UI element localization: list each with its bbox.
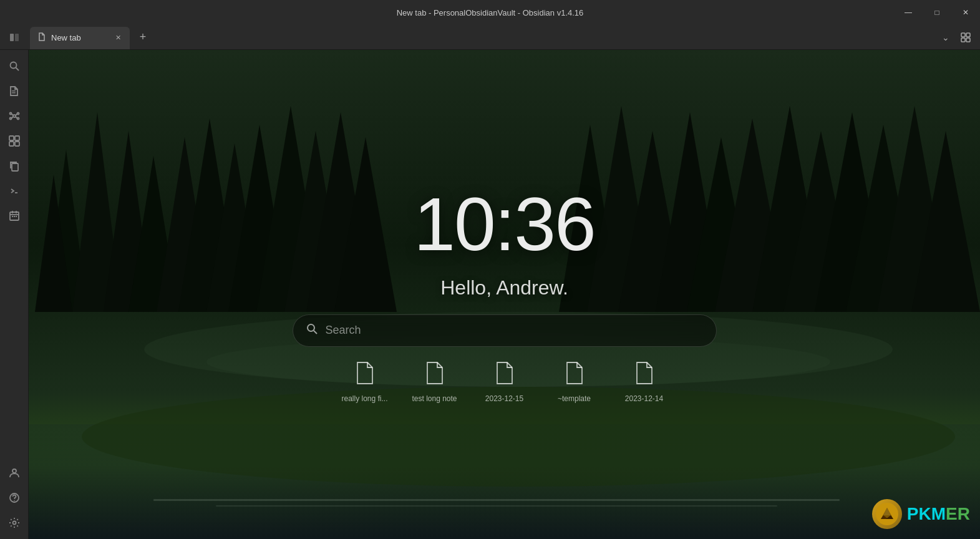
svg-rect-31 [16, 216, 17, 217]
main-content: 10:36 Hello, Andrew. [29, 50, 980, 539]
sidebar-item-blocks[interactable] [3, 130, 26, 152]
watermark-text: PKMER [907, 504, 970, 524]
recent-file-label-4: ~template [558, 394, 591, 403]
recent-file-label-5: 2023-12-14 [625, 394, 663, 403]
watermark-r: R [958, 504, 970, 523]
sidebar-item-graph[interactable] [3, 105, 26, 127]
search-input[interactable] [326, 324, 704, 337]
terminal-icon [9, 185, 20, 197]
sidebar-item-help[interactable] [3, 487, 26, 509]
close-button[interactable]: ✕ [951, 0, 980, 25]
file-icon-1 [355, 362, 375, 389]
file-icon-3 [495, 362, 515, 389]
layout-icon [961, 32, 971, 42]
recent-file-5[interactable]: 2023-12-14 [619, 362, 669, 403]
center-content: 10:36 Hello, Andrew. [29, 50, 980, 539]
mountain-icon [876, 503, 898, 525]
svg-point-35 [12, 522, 16, 525]
svg-rect-22 [15, 142, 19, 146]
settings-icon [9, 517, 20, 528]
recent-file-1[interactable]: really long fi... [340, 362, 390, 403]
window-controls: — □ ✕ [894, 0, 980, 25]
titlebar: New tab - PersonalObsidianVault - Obsidi… [0, 0, 980, 25]
recent-file-3[interactable]: 2023-12-15 [480, 362, 530, 403]
svg-rect-30 [14, 216, 15, 217]
sidebar [0, 50, 29, 539]
sidebar-item-terminal[interactable] [3, 180, 26, 202]
svg-line-69 [314, 331, 317, 334]
watermark-logo [872, 499, 902, 529]
sidebar-item-search[interactable] [3, 55, 26, 77]
search-bar[interactable] [293, 314, 717, 347]
svg-line-16 [16, 114, 17, 116]
sidebar-item-copy[interactable] [3, 155, 26, 177]
greeting-text: Hello, Andrew. [440, 276, 568, 299]
file-icon-2 [425, 362, 445, 389]
user-icon [9, 467, 20, 478]
sidebar-item-user[interactable] [3, 462, 26, 484]
svg-point-10 [13, 115, 16, 117]
blocks-icon [9, 135, 20, 147]
svg-rect-19 [9, 136, 14, 140]
tab-close-button[interactable]: ✕ [112, 32, 124, 44]
files-icon [9, 85, 20, 97]
graph-icon [9, 110, 20, 122]
svg-rect-4 [961, 38, 965, 42]
tabbar: New tab ✕ + ⌄ [0, 25, 980, 50]
tab-label: New tab [51, 33, 107, 42]
copy-icon [9, 160, 20, 172]
sidebar-item-calendar[interactable] [3, 205, 26, 227]
svg-rect-21 [9, 142, 14, 146]
window-title: New tab - PersonalObsidianVault - Obsidi… [397, 8, 584, 17]
watermark-m: M [931, 504, 946, 523]
sidebar-toggle-button[interactable] [0, 25, 29, 50]
active-tab[interactable]: New tab ✕ [30, 27, 130, 49]
watermark-e: E [946, 504, 958, 523]
svg-rect-3 [966, 33, 970, 37]
main-layout: 10:36 Hello, Andrew. [0, 50, 980, 539]
svg-rect-23 [12, 163, 18, 171]
minimize-button[interactable]: — [894, 0, 923, 25]
svg-rect-9 [12, 92, 16, 94]
svg-point-6 [10, 62, 16, 69]
svg-point-68 [308, 324, 314, 331]
recent-files: really long fi... test long note [340, 362, 669, 403]
new-tab-button[interactable]: + [133, 28, 152, 47]
svg-rect-0 [10, 34, 14, 41]
recent-file-label-3: 2023-12-15 [485, 394, 523, 403]
maximize-button[interactable]: □ [923, 0, 951, 25]
sidebar-item-settings[interactable] [3, 512, 26, 534]
search-icon [9, 61, 20, 72]
svg-line-15 [11, 114, 13, 116]
help-icon [9, 492, 20, 503]
calendar-icon [9, 210, 20, 221]
watermark-p: P [907, 504, 919, 523]
search-bar-icon [306, 323, 318, 338]
recent-file-label-2: test long note [412, 394, 457, 403]
file-icon-5 [634, 362, 654, 389]
svg-rect-2 [961, 33, 965, 37]
recent-file-4[interactable]: ~template [550, 362, 599, 403]
sidebar-item-files[interactable] [3, 80, 26, 102]
svg-rect-29 [12, 216, 13, 217]
recent-file-label-1: really long fi... [341, 394, 387, 403]
tab-file-icon [37, 32, 46, 43]
watermark: PKMER [872, 499, 970, 529]
svg-line-18 [16, 117, 17, 119]
tab-list-button[interactable]: ⌄ [936, 28, 955, 47]
svg-rect-1 [15, 34, 19, 41]
svg-point-34 [14, 500, 15, 502]
svg-line-17 [11, 117, 13, 119]
recent-file-2[interactable]: test long note [410, 362, 460, 403]
layout-button[interactable] [956, 28, 975, 47]
svg-rect-20 [15, 136, 19, 140]
watermark-k: K [919, 504, 931, 523]
svg-line-7 [16, 68, 19, 71]
file-icon-4 [565, 362, 585, 389]
svg-point-32 [12, 469, 16, 473]
chevron-down-icon: ⌄ [942, 32, 949, 42]
tabbar-right-controls: ⌄ [936, 28, 980, 47]
svg-rect-8 [12, 90, 16, 92]
clock-display: 10:36 [414, 187, 594, 261]
svg-rect-5 [966, 38, 970, 42]
